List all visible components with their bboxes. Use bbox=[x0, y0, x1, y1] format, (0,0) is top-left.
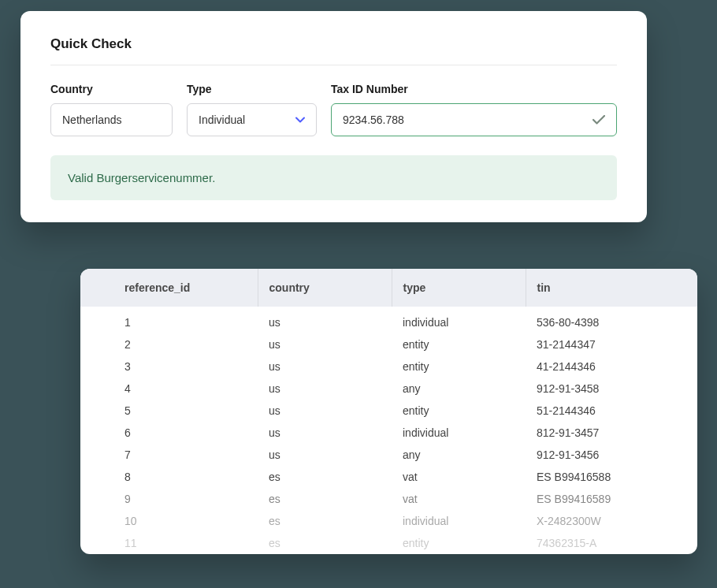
taxid-input[interactable]: 9234.56.788 bbox=[331, 103, 617, 136]
cell-ref: 2 bbox=[80, 333, 258, 355]
cell-tin: 74362315-A bbox=[526, 532, 697, 554]
cell-ref: 6 bbox=[80, 422, 258, 444]
cell-tin: 41-2144346 bbox=[526, 355, 697, 378]
cell-ref: 11 bbox=[80, 532, 258, 554]
cell-tin: ES B99416589 bbox=[526, 488, 697, 510]
cell-country: us bbox=[258, 400, 392, 422]
table-row: 10 es individual X-2482300W bbox=[80, 510, 697, 532]
table-row: 11 es entity 74362315-A bbox=[80, 532, 697, 554]
cell-country: es bbox=[258, 532, 392, 554]
header-country: country bbox=[258, 269, 392, 307]
cell-type: individual bbox=[392, 422, 526, 444]
cell-tin: 912-91-3458 bbox=[526, 378, 697, 400]
field-type: Type Individual bbox=[187, 83, 317, 136]
type-value: Individual bbox=[199, 114, 245, 126]
table-row: 4 us any 912-91-3458 bbox=[80, 378, 697, 400]
type-select[interactable]: Individual bbox=[187, 103, 317, 136]
cell-country: es bbox=[258, 466, 392, 488]
cell-country: us bbox=[258, 333, 392, 355]
cell-country: es bbox=[258, 488, 392, 510]
form-row: Country Netherlands Type Individual Tax … bbox=[50, 83, 617, 136]
cell-type: vat bbox=[392, 466, 526, 488]
cell-country: us bbox=[258, 422, 392, 444]
cell-type: entity bbox=[392, 355, 526, 378]
cell-type: entity bbox=[392, 532, 526, 554]
country-value: Netherlands bbox=[62, 114, 122, 126]
country-input[interactable]: Netherlands bbox=[50, 103, 173, 136]
header-tin: tin bbox=[526, 269, 697, 307]
table-row: 1 us individual 536-80-4398 bbox=[80, 307, 697, 333]
taxid-value: 9234.56.788 bbox=[343, 114, 404, 126]
table-body: 1 us individual 536-80-4398 2 us entity … bbox=[80, 307, 697, 554]
check-icon bbox=[593, 114, 605, 126]
cell-type: vat bbox=[392, 488, 526, 510]
table-row: 3 us entity 41-2144346 bbox=[80, 355, 697, 378]
table-row: 6 us individual 812-91-3457 bbox=[80, 422, 697, 444]
cell-ref: 7 bbox=[80, 444, 258, 466]
quick-check-title: Quick Check bbox=[50, 36, 617, 65]
cell-country: us bbox=[258, 444, 392, 466]
validation-banner: Valid Burgerservicenummer. bbox=[50, 155, 617, 200]
header-reference-id: reference_id bbox=[80, 269, 258, 307]
cell-tin: 912-91-3456 bbox=[526, 444, 697, 466]
cell-tin: X-2482300W bbox=[526, 510, 697, 532]
cell-ref: 10 bbox=[80, 510, 258, 532]
cell-type: individual bbox=[392, 510, 526, 532]
cell-ref: 9 bbox=[80, 488, 258, 510]
header-type: type bbox=[392, 269, 526, 307]
cell-type: any bbox=[392, 444, 526, 466]
table-row: 2 us entity 31-2144347 bbox=[80, 333, 697, 355]
table-row: 5 us entity 51-2144346 bbox=[80, 400, 697, 422]
table-row: 7 us any 912-91-3456 bbox=[80, 444, 697, 466]
data-table: reference_id country type tin 1 us indiv… bbox=[80, 269, 697, 554]
cell-country: us bbox=[258, 355, 392, 378]
field-taxid: Tax ID Number 9234.56.788 bbox=[331, 83, 617, 136]
cell-type: any bbox=[392, 378, 526, 400]
cell-tin: ES B99416588 bbox=[526, 466, 697, 488]
cell-ref: 4 bbox=[80, 378, 258, 400]
taxid-label: Tax ID Number bbox=[331, 83, 617, 95]
cell-country: es bbox=[258, 510, 392, 532]
cell-tin: 812-91-3457 bbox=[526, 422, 697, 444]
cell-country: us bbox=[258, 307, 392, 333]
quick-check-card: Quick Check Country Netherlands Type Ind… bbox=[20, 11, 647, 222]
cell-type: individual bbox=[392, 307, 526, 333]
country-label: Country bbox=[50, 83, 173, 95]
cell-tin: 536-80-4398 bbox=[526, 307, 697, 333]
table-header-row: reference_id country type tin bbox=[80, 269, 697, 307]
field-country: Country Netherlands bbox=[50, 83, 173, 136]
cell-country: us bbox=[258, 378, 392, 400]
cell-type: entity bbox=[392, 400, 526, 422]
cell-type: entity bbox=[392, 333, 526, 355]
cell-ref: 8 bbox=[80, 466, 258, 488]
cell-tin: 31-2144347 bbox=[526, 333, 697, 355]
cell-ref: 5 bbox=[80, 400, 258, 422]
cell-ref: 3 bbox=[80, 355, 258, 378]
table-row: 8 es vat ES B99416588 bbox=[80, 466, 697, 488]
type-label: Type bbox=[187, 83, 317, 95]
chevron-down-icon bbox=[295, 115, 305, 125]
table-row: 9 es vat ES B99416589 bbox=[80, 488, 697, 510]
cell-tin: 51-2144346 bbox=[526, 400, 697, 422]
cell-ref: 1 bbox=[80, 307, 258, 333]
table-card: reference_id country type tin 1 us indiv… bbox=[80, 269, 697, 554]
